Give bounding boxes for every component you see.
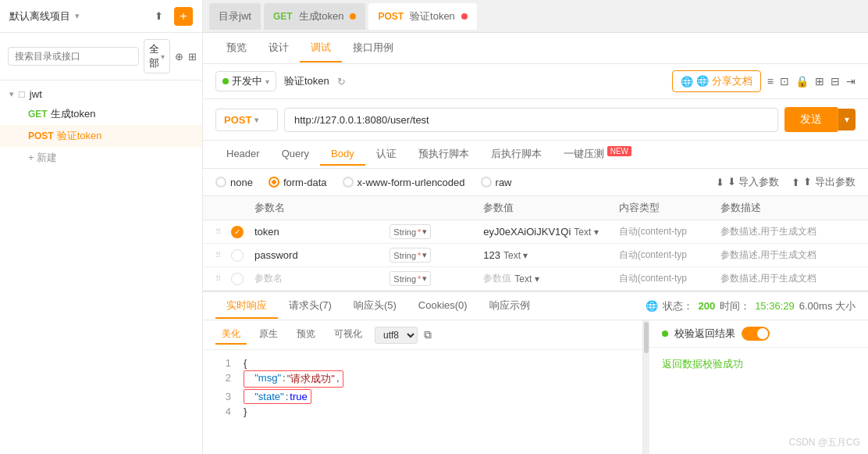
check-off-icon2[interactable] (231, 273, 244, 285)
sidebar-title[interactable]: 默认离线项目 ▾ (9, 9, 80, 23)
radio-urlencoded[interactable]: x-www-form-urlencoded (343, 177, 465, 188)
resp-tab-example[interactable]: 响应示例 (478, 294, 541, 319)
refresh-icon[interactable]: ↻ (337, 76, 346, 88)
export-params-button[interactable]: ⬆ ⬆ 导出参数 (792, 175, 856, 189)
tree-folder-jwt[interactable]: ▾ □ jwt (0, 85, 202, 103)
resp-tab-cookies[interactable]: Cookies(0) (407, 295, 478, 317)
radio-raw[interactable]: raw (481, 177, 512, 188)
encoding-select[interactable]: utf8 (375, 327, 418, 344)
req-tab-post-script[interactable]: 后执行脚本 (480, 142, 553, 167)
send-arrow-button[interactable]: ▾ (838, 109, 856, 130)
export-icon[interactable]: ⇥ (846, 75, 856, 88)
line-num-3: 3 (215, 391, 231, 402)
drag-handle-token[interactable]: ⠿ (215, 227, 231, 236)
value-type-password[interactable]: Text ▾ (503, 250, 528, 261)
validate-bar: 校验返回结果 (649, 320, 868, 348)
tool-raw[interactable]: 原生 (253, 325, 284, 345)
value-type-empty[interactable]: Text ▾ (514, 273, 539, 284)
method-selector[interactable]: POST ▾ (215, 109, 278, 131)
import-params-button[interactable]: ⬇ ⬇ 导入参数 (716, 175, 780, 189)
col-name-header: 参数名 (254, 201, 390, 215)
env-selector[interactable]: 开发中 ▾ (215, 71, 276, 91)
req-tab-stress[interactable]: 一键压测NEW (553, 142, 642, 167)
scope-select[interactable]: 全部 ▾ (144, 39, 170, 73)
radio-raw-circle (481, 177, 492, 188)
value-type-token[interactable]: Text ▾ (574, 227, 598, 238)
response-scrollbar[interactable] (643, 320, 649, 454)
drag-handle-empty[interactable]: ⠿ (215, 274, 231, 283)
check-on-icon[interactable]: ✓ (231, 226, 244, 238)
drag-handle-password[interactable]: ⠿ (215, 251, 231, 259)
param-type-empty[interactable]: String * ▾ (390, 271, 483, 286)
validate-toggle[interactable] (742, 327, 770, 341)
check-off-icon[interactable] (231, 249, 244, 262)
minus-icon[interactable]: ⊟ (831, 75, 840, 88)
top-tab-bar: 目录jwt GET 生成token POST 验证token (203, 0, 868, 33)
resp-tab-reqheader[interactable]: 请求头(7) (278, 294, 343, 319)
radio-form-data-circle (269, 177, 279, 188)
type-select-password[interactable]: String * ▾ (390, 248, 431, 263)
scrollbar-thumb[interactable] (644, 322, 649, 353)
top-tab-post-label: 验证token (410, 9, 455, 23)
copy-icon[interactable]: ⧉ (424, 328, 432, 341)
response-tab-bar: 实时响应 请求头(7) 响应头(5) Cookies(0) 响应示例 🌐 状态：… (203, 292, 868, 320)
menu-icon[interactable]: ≡ (767, 75, 774, 88)
req-tab-auth[interactable]: 认证 (365, 142, 407, 167)
add-button[interactable]: + (174, 7, 193, 26)
radio-none[interactable]: none (215, 177, 253, 188)
top-tab-get-token[interactable]: GET 生成token (264, 3, 365, 30)
lock-icon[interactable]: 🔒 (795, 75, 809, 88)
sidebar-item-post-token[interactable]: POST 验证token (0, 125, 202, 147)
json-close-brace: } (244, 406, 247, 417)
check-token[interactable]: ✓ (231, 226, 254, 238)
radio-form-data[interactable]: form-data (269, 177, 327, 188)
top-tab-post-token[interactable]: POST 验证token (368, 3, 476, 30)
col-drag-header (215, 201, 231, 215)
top-tab-jwt[interactable]: 目录jwt (209, 3, 261, 30)
param-value-empty[interactable]: 参数值 Text ▾ (483, 272, 618, 285)
req-tab-header[interactable]: Header (215, 143, 271, 166)
check-password[interactable] (231, 249, 254, 262)
tab-example[interactable]: 接口用例 (342, 34, 404, 63)
locate-button[interactable]: ⊕ (175, 47, 183, 66)
tab-debug[interactable]: 调试 (300, 34, 342, 63)
url-input[interactable] (284, 108, 778, 132)
method-label: POST (224, 114, 251, 126)
tab-preview[interactable]: 预览 (215, 34, 258, 63)
search-input[interactable] (8, 47, 139, 66)
sidebar-item-get-token[interactable]: GET 生成token (0, 103, 202, 125)
env-status-dot (222, 78, 229, 84)
param-name-empty[interactable]: 参数名 (254, 272, 390, 285)
add-item-button[interactable]: + 新建 (0, 147, 202, 169)
send-button[interactable]: 发送 (784, 107, 838, 132)
response-right-panel: 校验返回结果 返回数据校验成功 (649, 320, 868, 454)
radio-none-circle (215, 177, 226, 188)
tool-beautify[interactable]: 美化 (215, 325, 247, 345)
req-tab-query[interactable]: Query (271, 143, 320, 166)
resp-tab-respheader[interactable]: 响应头(5) (343, 294, 407, 319)
env-label: 开发中 (232, 74, 262, 88)
req-tab-pre-script[interactable]: 预执行脚本 (407, 142, 480, 167)
env-action-icons: ≡ ⊡ 🔒 ⊞ ⊟ ⇥ (767, 75, 856, 88)
type-select-empty[interactable]: String * ▾ (390, 271, 431, 286)
grid-icon[interactable]: ⊞ (815, 75, 824, 88)
check-empty[interactable] (231, 273, 254, 285)
top-tab-jwt-label: 目录jwt (219, 9, 251, 23)
tool-preview[interactable]: 预览 (290, 325, 322, 345)
resp-tab-realtime[interactable]: 实时响应 (215, 294, 278, 319)
sidebar-item-post-label: 验证token (57, 129, 102, 143)
response-area: 实时响应 请求头(7) 响应头(5) Cookies(0) 响应示例 🌐 状态：… (203, 291, 868, 454)
layout-button[interactable]: ⊞ (188, 47, 197, 66)
param-type-password[interactable]: String * ▾ (390, 248, 483, 263)
upload-button[interactable]: ⬆ (149, 7, 168, 26)
tab-design[interactable]: 设计 (258, 34, 300, 63)
tool-visual[interactable]: 可视化 (328, 325, 368, 345)
validate-result[interactable]: 返回数据校验成功 (649, 348, 868, 381)
param-type-token[interactable]: String * ▾ (390, 224, 483, 239)
env-chevron-icon: ▾ (265, 77, 269, 86)
param-desc-password: 参数描述,用于生成文档 (720, 248, 856, 262)
type-select-token[interactable]: String * ▾ (390, 224, 431, 239)
req-tab-body[interactable]: Body (320, 143, 365, 166)
share-doc-button[interactable]: 🌐 🌐 分享文档 (672, 70, 761, 92)
layout2-icon[interactable]: ⊡ (780, 75, 789, 88)
